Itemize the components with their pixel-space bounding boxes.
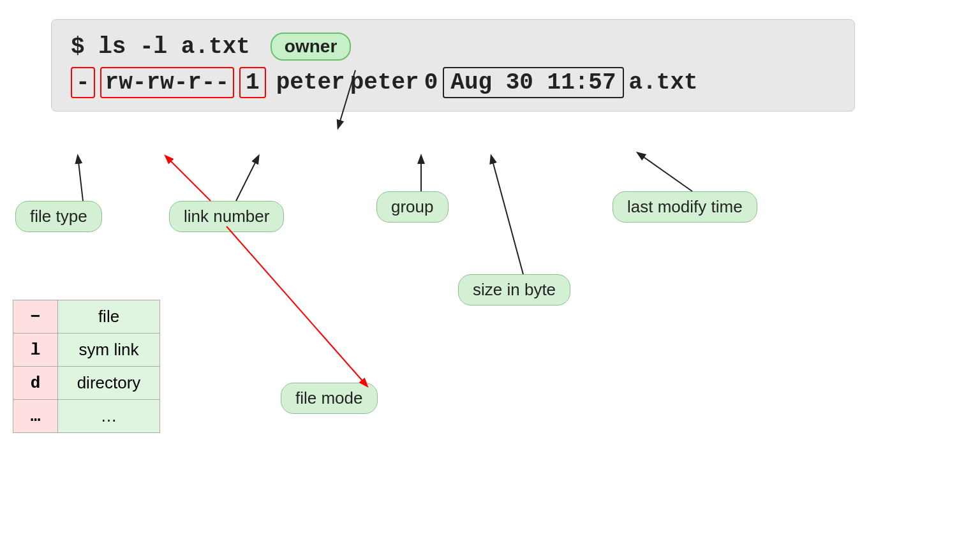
svg-line-3: [226, 226, 367, 386]
file-type-table: − file l sym link d directory … …: [13, 300, 160, 433]
link-number-box: 1: [239, 67, 266, 98]
terminal-box: $ ls -l a.txt owner - rw-rw-r-- 1 peter …: [51, 19, 855, 112]
last-modify-label: last modify time: [612, 191, 757, 223]
permissions-text: rw-rw-r--: [105, 70, 229, 96]
size-text: 0: [424, 70, 438, 96]
group-label: group: [376, 191, 449, 223]
command-text: $ ls -l a.txt: [71, 34, 250, 60]
svg-line-1: [78, 156, 83, 201]
command-line: $ ls -l a.txt owner: [71, 33, 835, 61]
main-container: $ ls -l a.txt owner - rw-rw-r-- 1 peter …: [0, 0, 980, 551]
datetime-box: Aug 30 11:57: [443, 67, 623, 98]
file-type-char: -: [76, 70, 90, 96]
datetime-text: Aug 30 11:57: [450, 70, 616, 96]
filename-text: a.txt: [629, 70, 698, 96]
table-row: − file: [13, 300, 160, 334]
label-cell: file: [58, 300, 160, 334]
owner-badge: owner: [271, 33, 351, 61]
svg-line-6: [491, 156, 523, 274]
table-row: d directory: [13, 367, 160, 400]
symbol-cell: d: [13, 367, 58, 400]
file-type-label: file type: [15, 201, 102, 232]
owner2-text: peter: [350, 70, 419, 96]
svg-line-4: [236, 156, 258, 201]
permissions-box: rw-rw-r--: [100, 67, 234, 98]
table-row: … …: [13, 400, 160, 433]
svg-line-7: [638, 153, 692, 191]
symbol-cell: l: [13, 334, 58, 367]
output-line: - rw-rw-r-- 1 peter peter 0 Aug 30 11:57…: [71, 67, 835, 98]
link-number-label: link number: [169, 201, 284, 232]
svg-line-2: [166, 156, 211, 201]
size-label: size in byte: [458, 274, 570, 305]
label-cell: sym link: [58, 334, 160, 367]
file-type-box: -: [71, 67, 95, 98]
label-cell: …: [58, 400, 160, 433]
symbol-cell: …: [13, 400, 58, 433]
label-cell: directory: [58, 367, 160, 400]
link-number-text: 1: [246, 70, 260, 96]
symbol-cell: −: [13, 300, 58, 334]
file-mode-label: file mode: [281, 383, 378, 414]
owner1-text: peter: [276, 70, 345, 96]
table-row: l sym link: [13, 334, 160, 367]
